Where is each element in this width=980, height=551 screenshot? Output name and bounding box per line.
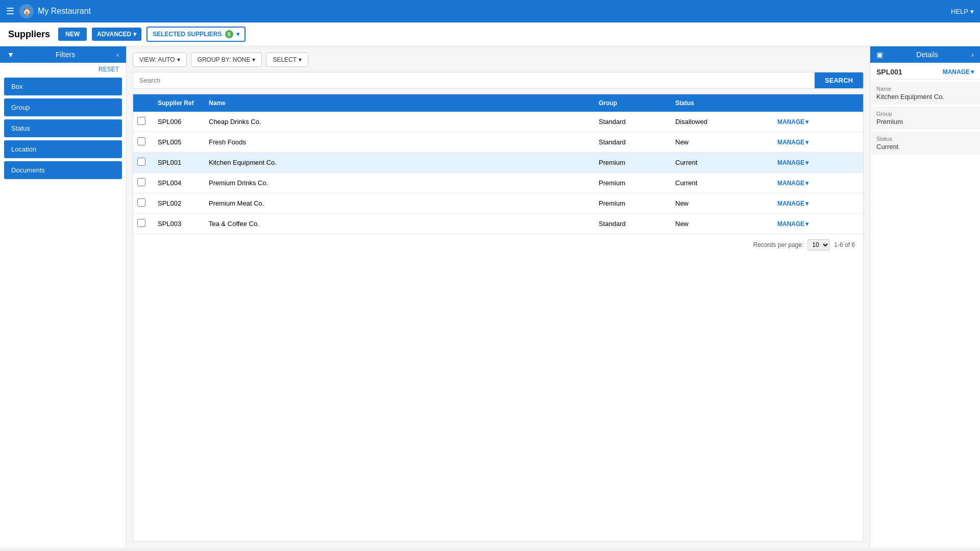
search-input[interactable] xyxy=(133,72,811,88)
col-status: Status xyxy=(675,99,777,107)
select-chevron-icon xyxy=(299,56,302,63)
row-manage-button[interactable]: MANAGE xyxy=(777,180,808,187)
row-name: Cheap Drinks Co. xyxy=(209,118,599,126)
details-field: Status Current xyxy=(870,132,980,155)
table-row: SPL004 Premium Drinks Co. Premium Curren… xyxy=(133,173,863,193)
help-button[interactable]: HELP xyxy=(951,8,974,15)
menu-icon[interactable]: ☰ xyxy=(6,6,14,17)
row-checkbox[interactable] xyxy=(137,158,145,166)
main-layout: ▼ Filters ‹ RESET Box Group Status Locat… xyxy=(0,46,980,548)
details-expand-icon[interactable] xyxy=(971,51,974,59)
row-checkbox-cell xyxy=(137,117,158,127)
group-by-button[interactable]: GROUP BY: NONE xyxy=(191,53,262,67)
row-manage-button[interactable]: MANAGE xyxy=(777,220,808,228)
page-title: Suppliers xyxy=(8,29,50,40)
search-button[interactable]: SEARCH xyxy=(815,72,863,88)
view-chevron-icon xyxy=(177,56,180,63)
sidebar-item-group[interactable]: Group xyxy=(4,98,122,116)
table-header: Supplier Ref Name Group Status xyxy=(133,94,863,112)
table-body: SPL006 Cheap Drinks Co. Standard Disallo… xyxy=(133,112,863,234)
row-checkbox-cell xyxy=(137,178,158,188)
row-group: Standard xyxy=(599,138,675,146)
sidebar-item-status[interactable]: Status xyxy=(4,119,122,137)
col-ref: Supplier Ref xyxy=(158,99,209,107)
row-actions: MANAGE xyxy=(777,200,859,207)
details-field-value: Kitchen Equipment Co. xyxy=(876,93,974,101)
content-area: VIEW: AUTO GROUP BY: NONE SELECT SEARCH … xyxy=(127,46,870,548)
row-actions: MANAGE xyxy=(777,118,859,126)
row-checkbox-cell xyxy=(137,219,158,229)
sidebar-item-box[interactable]: Box xyxy=(4,78,122,95)
row-checkbox-cell xyxy=(137,198,158,208)
details-icon: ▣ xyxy=(876,51,883,59)
row-group: Standard xyxy=(599,220,675,228)
group-by-chevron-icon xyxy=(252,56,255,63)
col-group: Group xyxy=(599,99,675,107)
records-per-page-select[interactable]: 10 25 50 xyxy=(807,239,830,251)
advanced-button[interactable]: ADVANCED xyxy=(92,28,141,41)
row-checkbox[interactable] xyxy=(137,178,145,186)
data-table: Supplier Ref Name Group Status SPL006 Ch… xyxy=(133,94,864,542)
row-ref: SPL006 xyxy=(158,118,209,126)
app-title: My Restaurant xyxy=(38,7,91,16)
row-status: Disallowed xyxy=(675,118,777,126)
details-fields: Name Kitchen Equipment Co. Group Premium… xyxy=(870,80,980,155)
row-checkbox[interactable] xyxy=(137,198,145,207)
details-manage-button[interactable]: MANAGE xyxy=(943,68,974,76)
row-group: Premium xyxy=(599,179,675,187)
details-field-label: Status xyxy=(876,136,974,142)
row-actions: MANAGE xyxy=(777,159,859,166)
sidebar-header: ▼ Filters ‹ xyxy=(0,46,126,63)
details-panel: ▣ Details SPL001 MANAGE Name Kitchen Equ… xyxy=(870,46,980,548)
manage-chevron-icon xyxy=(805,200,808,207)
row-name: Fresh Foods xyxy=(209,138,599,146)
search-bar: SEARCH xyxy=(133,72,864,89)
sidebar-item-location[interactable]: Location xyxy=(4,140,122,158)
selected-count-badge: 0 xyxy=(225,30,233,38)
selected-suppliers-button[interactable]: SELECTED SUPPLIERS 0 xyxy=(146,27,245,42)
col-checkbox xyxy=(137,99,158,107)
page-header: Suppliers NEW ADVANCED SELECTED SUPPLIER… xyxy=(0,22,980,46)
sidebar-collapse-icon[interactable]: ‹ xyxy=(116,51,119,59)
help-chevron-icon xyxy=(970,8,974,15)
reset-button[interactable]: RESET xyxy=(0,63,126,76)
manage-chevron-icon xyxy=(805,220,808,228)
sidebar-item-documents[interactable]: Documents xyxy=(4,161,122,179)
row-ref: SPL001 xyxy=(158,159,209,166)
app-logo: 🏠 xyxy=(19,4,34,18)
manage-chevron-icon xyxy=(805,118,808,126)
records-per-page-label: Records per page: xyxy=(753,241,804,248)
row-name: Premium Drinks Co. xyxy=(209,179,599,187)
selected-suppliers-chevron-icon xyxy=(236,31,239,38)
row-status: Current xyxy=(675,179,777,187)
details-field-value: Premium xyxy=(876,118,974,126)
row-ref: SPL002 xyxy=(158,199,209,207)
view-button[interactable]: VIEW: AUTO xyxy=(133,53,187,67)
row-actions: MANAGE xyxy=(777,180,859,187)
row-checkbox[interactable] xyxy=(137,219,145,227)
row-actions: MANAGE xyxy=(777,220,859,228)
row-name: Kitchen Equipment Co. xyxy=(209,159,599,166)
row-group: Standard xyxy=(599,118,675,126)
details-ref: SPL001 xyxy=(876,68,902,76)
col-name: Name xyxy=(209,99,599,107)
row-status: New xyxy=(675,199,777,207)
row-status: New xyxy=(675,138,777,146)
select-button[interactable]: SELECT xyxy=(266,53,308,67)
details-field-label: Name xyxy=(876,86,974,92)
row-manage-button[interactable]: MANAGE xyxy=(777,200,808,207)
row-checkbox[interactable] xyxy=(137,117,145,125)
new-button[interactable]: NEW xyxy=(58,28,87,41)
advanced-chevron-icon xyxy=(133,31,136,38)
details-field-label: Group xyxy=(876,111,974,117)
details-header: ▣ Details xyxy=(870,46,980,63)
manage-chevron-icon xyxy=(805,159,808,166)
pagination-info: 1-6 of 6 xyxy=(834,241,855,248)
row-checkbox[interactable] xyxy=(137,137,145,145)
sidebar: ▼ Filters ‹ RESET Box Group Status Locat… xyxy=(0,46,127,548)
row-manage-button[interactable]: MANAGE xyxy=(777,139,808,146)
top-nav: ☰ 🏠 My Restaurant HELP xyxy=(0,0,980,22)
row-manage-button[interactable]: MANAGE xyxy=(777,118,808,126)
row-manage-button[interactable]: MANAGE xyxy=(777,159,808,166)
table-row: SPL006 Cheap Drinks Co. Standard Disallo… xyxy=(133,112,863,132)
